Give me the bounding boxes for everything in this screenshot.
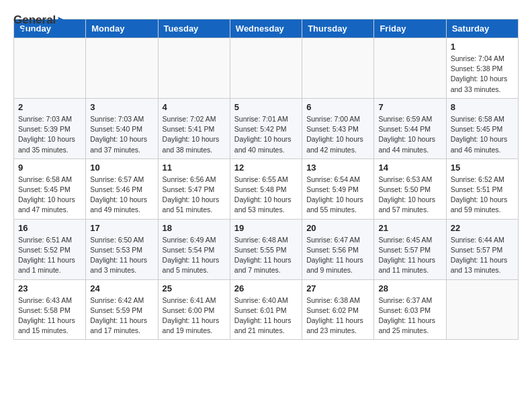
week-row-3: 9Sunrise: 6:58 AM Sunset: 5:45 PM Daylig… bbox=[14, 158, 519, 219]
day-info: Sunrise: 7:02 AM Sunset: 5:41 PM Dayligh… bbox=[163, 114, 226, 155]
weekday-wednesday: Wednesday bbox=[230, 19, 302, 38]
weekday-thursday: Thursday bbox=[302, 19, 374, 38]
day-info: Sunrise: 6:48 AM Sunset: 5:55 PM Dayligh… bbox=[234, 235, 298, 276]
logo-blue-text: Blue bbox=[15, 27, 40, 40]
day-number: 24 bbox=[90, 283, 153, 293]
day-number: 14 bbox=[378, 163, 441, 173]
day-cell: 19Sunrise: 6:48 AM Sunset: 5:55 PM Dayli… bbox=[230, 219, 302, 279]
day-number: 12 bbox=[234, 163, 298, 173]
day-number: 9 bbox=[18, 163, 81, 173]
day-number: 1 bbox=[451, 42, 514, 52]
day-cell: 20Sunrise: 6:47 AM Sunset: 5:56 PM Dayli… bbox=[302, 219, 374, 279]
day-number: 22 bbox=[451, 223, 514, 233]
day-info: Sunrise: 6:52 AM Sunset: 5:51 PM Dayligh… bbox=[451, 175, 514, 216]
day-cell bbox=[374, 38, 446, 99]
day-number: 11 bbox=[163, 163, 226, 173]
day-cell bbox=[86, 38, 158, 99]
week-row-4: 16Sunrise: 6:51 AM Sunset: 5:52 PM Dayli… bbox=[14, 219, 519, 279]
day-cell: 27Sunrise: 6:38 AM Sunset: 6:02 PM Dayli… bbox=[302, 279, 374, 340]
day-cell: 1Sunrise: 7:04 AM Sunset: 5:38 PM Daylig… bbox=[446, 38, 518, 99]
weekday-monday: Monday bbox=[86, 19, 158, 38]
day-info: Sunrise: 6:54 AM Sunset: 5:49 PM Dayligh… bbox=[306, 175, 369, 216]
day-cell: 18Sunrise: 6:49 AM Sunset: 5:54 PM Dayli… bbox=[158, 219, 230, 279]
day-info: Sunrise: 7:04 AM Sunset: 5:38 PM Dayligh… bbox=[451, 54, 514, 95]
day-cell: 3Sunrise: 7:03 AM Sunset: 5:40 PM Daylig… bbox=[86, 98, 158, 158]
day-info: Sunrise: 6:41 AM Sunset: 6:00 PM Dayligh… bbox=[163, 295, 226, 336]
day-number: 20 bbox=[306, 223, 369, 233]
day-cell: 14Sunrise: 6:53 AM Sunset: 5:50 PM Dayli… bbox=[374, 158, 446, 219]
day-cell: 15Sunrise: 6:52 AM Sunset: 5:51 PM Dayli… bbox=[446, 158, 518, 219]
day-number: 6 bbox=[306, 102, 369, 112]
day-cell: 12Sunrise: 6:55 AM Sunset: 5:48 PM Dayli… bbox=[230, 158, 302, 219]
day-info: Sunrise: 6:49 AM Sunset: 5:54 PM Dayligh… bbox=[163, 235, 226, 276]
day-number: 27 bbox=[306, 283, 369, 293]
logo: General► Blue bbox=[13, 13, 67, 40]
day-cell: 22Sunrise: 6:44 AM Sunset: 5:57 PM Dayli… bbox=[446, 219, 518, 279]
day-number: 16 bbox=[18, 223, 81, 233]
day-cell: 25Sunrise: 6:41 AM Sunset: 6:00 PM Dayli… bbox=[158, 279, 230, 340]
day-number: 15 bbox=[451, 163, 514, 173]
day-info: Sunrise: 6:58 AM Sunset: 5:45 PM Dayligh… bbox=[18, 175, 81, 216]
day-info: Sunrise: 6:57 AM Sunset: 5:46 PM Dayligh… bbox=[90, 175, 153, 216]
day-number: 28 bbox=[378, 283, 441, 293]
logo-general: General bbox=[13, 13, 56, 26]
day-cell: 9Sunrise: 6:58 AM Sunset: 5:45 PM Daylig… bbox=[14, 158, 86, 219]
day-info: Sunrise: 7:01 AM Sunset: 5:42 PM Dayligh… bbox=[234, 114, 298, 155]
week-row-2: 2Sunrise: 7:03 AM Sunset: 5:39 PM Daylig… bbox=[14, 98, 519, 158]
day-cell bbox=[14, 38, 86, 99]
weekday-friday: Friday bbox=[374, 19, 446, 38]
day-cell: 5Sunrise: 7:01 AM Sunset: 5:42 PM Daylig… bbox=[230, 98, 302, 158]
day-info: Sunrise: 6:37 AM Sunset: 6:03 PM Dayligh… bbox=[378, 295, 441, 336]
day-number: 19 bbox=[234, 223, 298, 233]
day-info: Sunrise: 7:03 AM Sunset: 5:40 PM Dayligh… bbox=[90, 114, 153, 155]
day-info: Sunrise: 6:51 AM Sunset: 5:52 PM Dayligh… bbox=[18, 235, 81, 276]
logo-blue-arrow: ► bbox=[56, 13, 67, 26]
day-info: Sunrise: 6:43 AM Sunset: 5:58 PM Dayligh… bbox=[18, 295, 81, 336]
day-cell: 4Sunrise: 7:02 AM Sunset: 5:41 PM Daylig… bbox=[158, 98, 230, 158]
day-cell: 8Sunrise: 6:58 AM Sunset: 5:45 PM Daylig… bbox=[446, 98, 518, 158]
week-row-1: 1Sunrise: 7:04 AM Sunset: 5:38 PM Daylig… bbox=[14, 38, 519, 99]
weekday-tuesday: Tuesday bbox=[158, 19, 230, 38]
day-cell bbox=[302, 38, 374, 99]
day-cell: 13Sunrise: 6:54 AM Sunset: 5:49 PM Dayli… bbox=[302, 158, 374, 219]
day-number: 10 bbox=[90, 163, 153, 173]
day-number: 26 bbox=[234, 283, 298, 293]
day-number: 23 bbox=[18, 283, 81, 293]
day-cell: 6Sunrise: 7:00 AM Sunset: 5:43 PM Daylig… bbox=[302, 98, 374, 158]
day-info: Sunrise: 6:38 AM Sunset: 6:02 PM Dayligh… bbox=[306, 295, 369, 336]
day-number: 5 bbox=[234, 102, 298, 112]
day-number: 21 bbox=[378, 223, 441, 233]
day-info: Sunrise: 6:42 AM Sunset: 5:59 PM Dayligh… bbox=[90, 295, 153, 336]
day-cell: 7Sunrise: 6:59 AM Sunset: 5:44 PM Daylig… bbox=[374, 98, 446, 158]
day-number: 8 bbox=[451, 102, 514, 112]
day-number: 3 bbox=[90, 102, 153, 112]
day-number: 2 bbox=[18, 102, 81, 112]
day-info: Sunrise: 6:45 AM Sunset: 5:57 PM Dayligh… bbox=[378, 235, 441, 276]
day-number: 7 bbox=[378, 102, 441, 112]
day-cell: 17Sunrise: 6:50 AM Sunset: 5:53 PM Dayli… bbox=[86, 219, 158, 279]
day-number: 13 bbox=[306, 163, 369, 173]
day-info: Sunrise: 6:56 AM Sunset: 5:47 PM Dayligh… bbox=[163, 175, 226, 216]
weekday-header-row: SundayMondayTuesdayWednesdayThursdayFrid… bbox=[14, 19, 519, 38]
day-info: Sunrise: 6:44 AM Sunset: 5:57 PM Dayligh… bbox=[451, 235, 514, 276]
day-number: 17 bbox=[90, 223, 153, 233]
day-info: Sunrise: 6:58 AM Sunset: 5:45 PM Dayligh… bbox=[451, 114, 514, 155]
day-number: 4 bbox=[163, 102, 226, 112]
day-number: 18 bbox=[163, 223, 226, 233]
day-cell: 26Sunrise: 6:40 AM Sunset: 6:01 PM Dayli… bbox=[230, 279, 302, 340]
day-cell: 23Sunrise: 6:43 AM Sunset: 5:58 PM Dayli… bbox=[14, 279, 86, 340]
day-info: Sunrise: 7:00 AM Sunset: 5:43 PM Dayligh… bbox=[306, 114, 369, 155]
day-cell bbox=[230, 38, 302, 99]
day-info: Sunrise: 6:47 AM Sunset: 5:56 PM Dayligh… bbox=[306, 235, 369, 276]
day-cell: 24Sunrise: 6:42 AM Sunset: 5:59 PM Dayli… bbox=[86, 279, 158, 340]
day-info: Sunrise: 6:50 AM Sunset: 5:53 PM Dayligh… bbox=[90, 235, 153, 276]
day-cell: 21Sunrise: 6:45 AM Sunset: 5:57 PM Dayli… bbox=[374, 219, 446, 279]
day-cell: 11Sunrise: 6:56 AM Sunset: 5:47 PM Dayli… bbox=[158, 158, 230, 219]
day-info: Sunrise: 6:59 AM Sunset: 5:44 PM Dayligh… bbox=[378, 114, 441, 155]
day-cell: 2Sunrise: 7:03 AM Sunset: 5:39 PM Daylig… bbox=[14, 98, 86, 158]
calendar: SundayMondayTuesdayWednesdayThursdayFrid… bbox=[13, 19, 519, 340]
day-cell bbox=[158, 38, 230, 99]
week-row-5: 23Sunrise: 6:43 AM Sunset: 5:58 PM Dayli… bbox=[14, 279, 519, 340]
weekday-saturday: Saturday bbox=[446, 19, 518, 38]
day-info: Sunrise: 6:40 AM Sunset: 6:01 PM Dayligh… bbox=[234, 295, 298, 336]
